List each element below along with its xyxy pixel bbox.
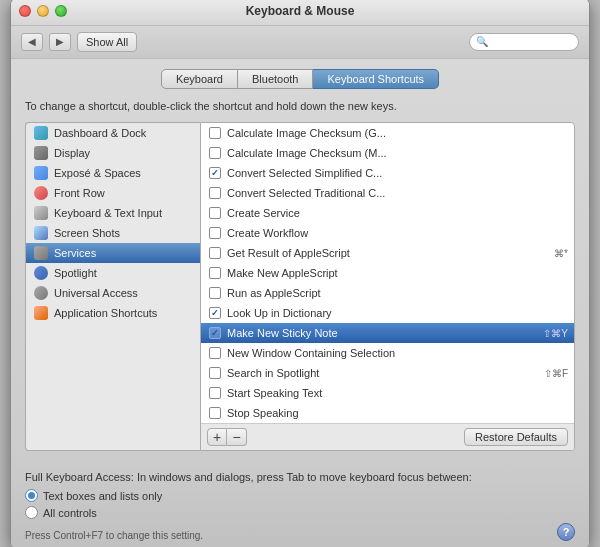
left-item-label: Spotlight: [54, 267, 97, 279]
checkbox-2[interactable]: [209, 167, 221, 179]
checkbox-6[interactable]: [209, 247, 221, 259]
frontrow-icon: [34, 186, 48, 200]
radio-all-controls-label: All controls: [43, 507, 97, 519]
add-remove-buttons: + −: [207, 428, 247, 446]
list-footer: + − Restore Defaults: [201, 423, 574, 450]
back-button[interactable]: ◀: [21, 33, 43, 51]
checkbox-12[interactable]: [209, 367, 221, 379]
left-item-label: Front Row: [54, 187, 105, 199]
toolbar: ◀ ▶ Show All 🔍: [11, 26, 589, 59]
left-item-appshortcuts[interactable]: Application Shortcuts: [26, 303, 200, 323]
window-title: Keyboard & Mouse: [246, 4, 355, 18]
keyboard-icon: [34, 206, 48, 220]
radio-all-controls[interactable]: All controls: [25, 506, 575, 519]
remove-shortcut-button[interactable]: −: [227, 428, 247, 446]
shortcut-item-0[interactable]: Calculate Image Checksum (G...: [201, 123, 574, 143]
checkbox-8[interactable]: [209, 287, 221, 299]
shortcut-item-1[interactable]: Calculate Image Checksum (M...: [201, 143, 574, 163]
tab-bar: Keyboard Bluetooth Keyboard Shortcuts: [25, 69, 575, 89]
checkbox-3[interactable]: [209, 187, 221, 199]
radio-text-boxes[interactable]: Text boxes and lists only: [25, 489, 575, 502]
shortcut-item-10[interactable]: Make New Sticky Note ⇧⌘Y: [201, 323, 574, 343]
checkbox-14[interactable]: [209, 407, 221, 419]
shortcut-item-5[interactable]: Create Workflow: [201, 223, 574, 243]
tab-bluetooth[interactable]: Bluetooth: [238, 69, 313, 89]
left-item-label: Exposé & Spaces: [54, 167, 141, 179]
left-item-services[interactable]: Services: [26, 243, 200, 263]
shortcut-item-14[interactable]: Stop Speaking: [201, 403, 574, 423]
checkbox-4[interactable]: [209, 207, 221, 219]
shortcut-item-7[interactable]: Make New AppleScript: [201, 263, 574, 283]
left-item-label: Screen Shots: [54, 227, 120, 239]
radio-all-controls-btn[interactable]: [25, 506, 38, 519]
shortcut-item-13[interactable]: Start Speaking Text: [201, 383, 574, 403]
checkbox-11[interactable]: [209, 347, 221, 359]
search-icon: 🔍: [476, 36, 488, 47]
left-item-screenshots[interactable]: Screen Shots: [26, 223, 200, 243]
maximize-button[interactable]: [55, 5, 67, 17]
checkbox-9[interactable]: [209, 307, 221, 319]
shortcut-item-4[interactable]: Create Service: [201, 203, 574, 223]
close-button[interactable]: [19, 5, 31, 17]
forward-button[interactable]: ▶: [49, 33, 71, 51]
minimize-button[interactable]: [37, 5, 49, 17]
left-item-label: Display: [54, 147, 90, 159]
radio-text-boxes-btn[interactable]: [25, 489, 38, 502]
dashboard-icon: [34, 126, 48, 140]
left-item-spotlight[interactable]: Spotlight: [26, 263, 200, 283]
left-item-label: Universal Access: [54, 287, 138, 299]
category-list[interactable]: Dashboard & Dock Display Exposé & Spaces…: [25, 122, 200, 451]
tab-keyboard-shortcuts[interactable]: Keyboard Shortcuts: [313, 69, 439, 89]
screenshots-icon: [34, 226, 48, 240]
expose-icon: [34, 166, 48, 180]
left-item-label: Application Shortcuts: [54, 307, 157, 319]
universal-icon: [34, 286, 48, 300]
shortcut-item-12[interactable]: Search in Spotlight ⇧⌘F: [201, 363, 574, 383]
checkbox-1[interactable]: [209, 147, 221, 159]
tab-keyboard[interactable]: Keyboard: [161, 69, 238, 89]
checkbox-7[interactable]: [209, 267, 221, 279]
traffic-lights: [19, 5, 67, 17]
checkbox-5[interactable]: [209, 227, 221, 239]
left-item-universal[interactable]: Universal Access: [26, 283, 200, 303]
spotlight-icon: [34, 266, 48, 280]
description-text: To change a shortcut, double-click the s…: [25, 99, 575, 114]
restore-defaults-button[interactable]: Restore Defaults: [464, 428, 568, 446]
shortcut-item-3[interactable]: Convert Selected Traditional C...: [201, 183, 574, 203]
left-item-label: Services: [54, 247, 96, 259]
left-item-expose[interactable]: Exposé & Spaces: [26, 163, 200, 183]
bottom-footer: Press Control+F7 to change this setting.…: [25, 523, 575, 541]
appshortcuts-icon: [34, 306, 48, 320]
shortcut-item-9[interactable]: Look Up in Dictionary: [201, 303, 574, 323]
shortcut-item-2[interactable]: Convert Selected Simplified C...: [201, 163, 574, 183]
full-keyboard-access-title: Full Keyboard Access: In windows and dia…: [25, 471, 575, 483]
shortcut-scroll-area[interactable]: Calculate Image Checksum (G... Calculate…: [201, 123, 574, 423]
title-bar: Keyboard & Mouse: [11, 0, 589, 26]
checkbox-10[interactable]: [209, 327, 221, 339]
left-item-label: Dashboard & Dock: [54, 127, 146, 139]
main-area: Dashboard & Dock Display Exposé & Spaces…: [25, 122, 575, 451]
shortcut-item-11[interactable]: New Window Containing Selection: [201, 343, 574, 363]
show-all-button[interactable]: Show All: [77, 32, 137, 52]
shortcut-item-8[interactable]: Run as AppleScript: [201, 283, 574, 303]
shortcut-list-wrap: Calculate Image Checksum (G... Calculate…: [200, 122, 575, 451]
display-icon: [34, 146, 48, 160]
left-item-keyboard[interactable]: Keyboard & Text Input: [26, 203, 200, 223]
left-item-dashboard[interactable]: Dashboard & Dock: [26, 123, 200, 143]
checkbox-13[interactable]: [209, 387, 221, 399]
checkbox-0[interactable]: [209, 127, 221, 139]
help-button[interactable]: ?: [557, 523, 575, 541]
bottom-section: Full Keyboard Access: In windows and dia…: [11, 461, 589, 547]
search-box[interactable]: 🔍: [469, 33, 579, 51]
services-icon: [34, 246, 48, 260]
left-item-display[interactable]: Display: [26, 143, 200, 163]
shortcut-item-6[interactable]: Get Result of AppleScript ⌘*: [201, 243, 574, 263]
left-item-frontrow[interactable]: Front Row: [26, 183, 200, 203]
add-shortcut-button[interactable]: +: [207, 428, 227, 446]
left-item-label: Keyboard & Text Input: [54, 207, 162, 219]
content-area: Keyboard Bluetooth Keyboard Shortcuts To…: [11, 59, 589, 461]
radio-text-boxes-label: Text boxes and lists only: [43, 490, 162, 502]
main-window: Keyboard & Mouse ◀ ▶ Show All 🔍 Keyboard…: [10, 0, 590, 547]
bottom-note: Press Control+F7 to change this setting.: [25, 530, 203, 541]
